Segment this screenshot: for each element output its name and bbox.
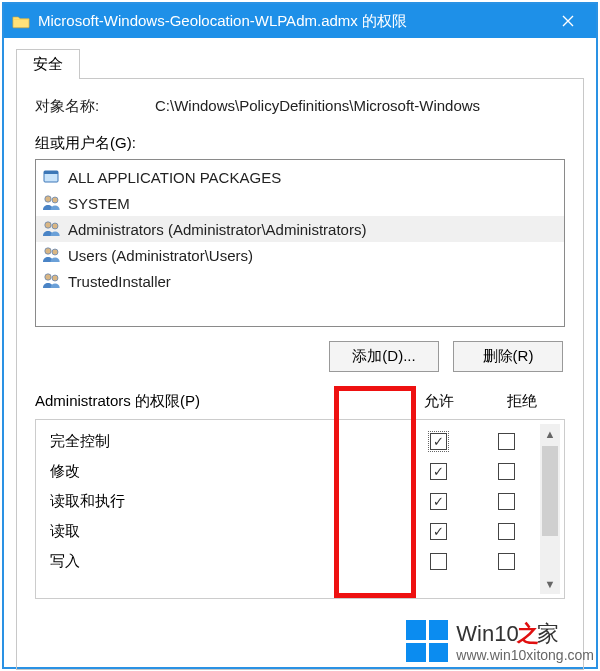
deny-checkbox[interactable] <box>498 463 515 480</box>
allow-checkbox[interactable]: ✓ <box>430 523 447 540</box>
scroll-down-icon[interactable]: ▼ <box>540 574 560 594</box>
watermark-url: www.win10xitong.com <box>456 647 594 663</box>
svg-point-2 <box>45 196 51 202</box>
watermark: Win10之家 www.win10xitong.com <box>406 619 594 663</box>
deny-checkbox[interactable] <box>498 433 515 450</box>
users-icon <box>42 246 62 264</box>
watermark-brand-pre: Win10 <box>456 621 518 646</box>
permission-row: 读取和执行✓ <box>50 486 534 516</box>
add-button[interactable]: 添加(D)... <box>329 341 439 372</box>
deny-checkbox[interactable] <box>498 523 515 540</box>
scroll-thumb[interactable] <box>542 446 558 536</box>
deny-checkbox[interactable] <box>498 553 515 570</box>
allow-checkbox[interactable]: ✓ <box>430 433 447 450</box>
group-item[interactable]: Administrators (Administrator\Administra… <box>36 216 564 242</box>
svg-point-7 <box>52 249 58 255</box>
permissions-table: 完全控制✓修改✓读取和执行✓读取✓写入 ▲ ▼ <box>35 419 565 599</box>
groups-listbox[interactable]: ALL APPLICATION PACKAGESSYSTEMAdministra… <box>35 159 565 327</box>
col-allow-header: 允许 <box>399 392 479 411</box>
permission-row: 完全控制✓ <box>50 426 534 456</box>
remove-button[interactable]: 删除(R) <box>453 341 563 372</box>
object-name-value: C:\Windows\PolicyDefinitions\Microsoft-W… <box>155 97 565 116</box>
group-item-label: TrustedInstaller <box>68 273 171 290</box>
watermark-brand-hi: 之 <box>517 621 539 646</box>
permission-name: 读取和执行 <box>50 492 398 511</box>
group-item[interactable]: TrustedInstaller <box>36 268 564 294</box>
permissions-scrollbar[interactable]: ▲ ▼ <box>540 424 560 594</box>
group-item[interactable]: Users (Administrator\Users) <box>36 242 564 268</box>
deny-checkbox[interactable] <box>498 493 515 510</box>
allow-checkbox[interactable]: ✓ <box>430 493 447 510</box>
groups-label: 组或用户名(G): <box>35 134 565 153</box>
group-item[interactable]: SYSTEM <box>36 190 564 216</box>
group-item[interactable]: ALL APPLICATION PACKAGES <box>36 164 564 190</box>
object-name-label: 对象名称: <box>35 97 155 116</box>
permission-row: 修改✓ <box>50 456 534 486</box>
svg-rect-1 <box>44 171 58 174</box>
permission-row: 读取✓ <box>50 516 534 546</box>
close-button[interactable] <box>548 4 588 38</box>
permission-name: 读取 <box>50 522 398 541</box>
group-item-label: Users (Administrator\Users) <box>68 247 253 264</box>
permissions-title: Administrators 的权限(P) <box>35 392 399 411</box>
tab-strip: 安全 <box>16 48 584 78</box>
allow-checkbox[interactable]: ✓ <box>430 463 447 480</box>
package-icon <box>42 168 62 186</box>
scroll-up-icon[interactable]: ▲ <box>540 424 560 444</box>
svg-point-9 <box>52 275 58 281</box>
watermark-brand-post: 家 <box>537 621 559 646</box>
windows-logo-icon <box>406 620 448 662</box>
svg-point-5 <box>52 223 58 229</box>
users-icon <box>42 194 62 212</box>
group-item-label: SYSTEM <box>68 195 130 212</box>
col-deny-header: 拒绝 <box>479 392 565 411</box>
allow-checkbox[interactable] <box>430 553 447 570</box>
permission-name: 写入 <box>50 552 398 571</box>
svg-point-4 <box>45 222 51 228</box>
window-title: Microsoft-Windows-Geolocation-WLPAdm.adm… <box>38 12 548 31</box>
group-item-label: Administrators (Administrator\Administra… <box>68 221 366 238</box>
permission-row: 写入 <box>50 546 534 576</box>
group-item-label: ALL APPLICATION PACKAGES <box>68 169 281 186</box>
tab-security[interactable]: 安全 <box>16 49 80 79</box>
folder-icon <box>12 14 30 29</box>
users-icon <box>42 220 62 238</box>
users-icon <box>42 272 62 290</box>
svg-point-3 <box>52 197 58 203</box>
permission-name: 完全控制 <box>50 432 398 451</box>
titlebar: Microsoft-Windows-Geolocation-WLPAdm.adm… <box>4 4 596 38</box>
permission-name: 修改 <box>50 462 398 481</box>
svg-point-6 <box>45 248 51 254</box>
svg-point-8 <box>45 274 51 280</box>
security-panel: 对象名称: C:\Windows\PolicyDefinitions\Micro… <box>16 78 584 670</box>
